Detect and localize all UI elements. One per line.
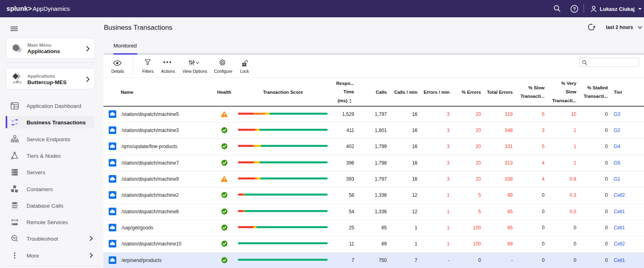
svg-text:?: ?: [573, 6, 576, 11]
